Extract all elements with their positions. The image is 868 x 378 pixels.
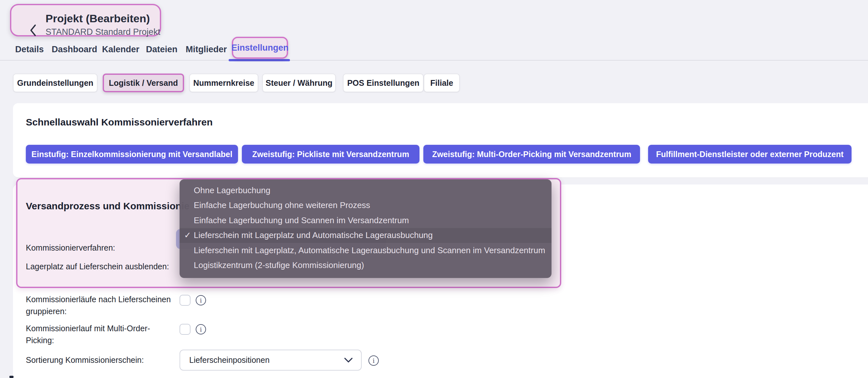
- sortierung-select[interactable]: Lieferscheinpositionen: [180, 350, 362, 371]
- info-icon[interactable]: [368, 355, 379, 366]
- project-header-highlight: Projekt (Bearbeiten) STANDARD Standard P…: [10, 4, 161, 36]
- quick-select-card: Schnellauswahl Kommissonierverfahren Ein…: [13, 103, 868, 177]
- check-icon: ✓: [184, 230, 194, 240]
- tab-einstellungen-highlight: Einstellungen: [232, 37, 288, 59]
- subtab-nummernkreise[interactable]: Nummernkreise: [189, 73, 258, 92]
- tab-dashboard[interactable]: Dashboard: [52, 44, 97, 55]
- subtab-filiale[interactable]: Filiale: [424, 73, 460, 92]
- info-icon[interactable]: [196, 295, 206, 305]
- dropdown-option[interactable]: Einfache Lagerbuchung ohne weiteren Proz…: [180, 198, 552, 213]
- sortierung-select-value: Lieferscheinpositionen: [189, 355, 344, 365]
- dropdown-option-selected[interactable]: ✓ Lieferschein mit Lagerplatz und Automa…: [180, 228, 552, 243]
- page-title: Projekt (Bearbeiten): [45, 12, 150, 25]
- label-kommissionierverfahren: Kommissionierverfahren:: [26, 242, 172, 254]
- tab-kalender[interactable]: Kalender: [102, 44, 140, 55]
- label-kommissionierlaeufe-gruppieren: Kommissionierläufe nach Lieferscheinen g…: [26, 294, 172, 317]
- chevron-left-icon: [29, 24, 37, 37]
- tabbar-divider: [0, 60, 868, 61]
- label-lagerplatz-ausblenden: Lagerplatz auf Lieferschein ausblenden:: [26, 261, 172, 273]
- tab-dateien[interactable]: Dateien: [146, 44, 178, 55]
- subtab-steuer-waehrung[interactable]: Steuer / Währung: [262, 73, 336, 92]
- tab-einstellungen[interactable]: Einstellungen: [231, 43, 288, 53]
- label-sortierung-kommissionierschein: Sortierung Kommissionierschein:: [26, 354, 172, 366]
- dropdown-option[interactable]: Logistikzentrum (2-stufige Kommissionier…: [180, 258, 552, 273]
- quick-select-button-einstufig[interactable]: Einstufig: Einzelkommissionierung mit Ve…: [26, 145, 238, 164]
- quick-select-title: Schnellauswahl Kommissonierverfahren: [26, 117, 213, 128]
- dropdown-option[interactable]: Ohne Lagerbuchung: [180, 183, 552, 198]
- chevron-down-icon: [344, 358, 352, 363]
- checkbox-multi-order-picking[interactable]: [180, 324, 190, 335]
- checkbox-gruppieren[interactable]: [180, 295, 190, 306]
- subtab-grundeinstellungen[interactable]: Grundeinstellungen: [13, 73, 97, 92]
- quick-select-button-pickliste[interactable]: Zweistufig: Pickliste mit Versandzentrum: [242, 145, 420, 164]
- quick-select-button-fulfillment[interactable]: Fulfillment-Dienstleister oder externer …: [648, 145, 851, 164]
- kommissionierverfahren-dropdown: Ohne Lagerbuchung Einfache Lagerbuchung …: [180, 179, 552, 278]
- quick-select-button-multi-order[interactable]: Zweistufig: Multi-Order-Picking mit Vers…: [423, 145, 640, 164]
- bottom-edge-element: [9, 376, 13, 378]
- tab-mitglieder[interactable]: Mitglieder: [186, 44, 227, 55]
- shipping-section-title: Versandprozess und Kommissionie: [26, 201, 190, 212]
- subtab-pos-einstellungen[interactable]: POS Einstellungen: [343, 73, 424, 92]
- info-icon[interactable]: [196, 324, 206, 335]
- back-button[interactable]: [29, 24, 37, 37]
- active-tab-underline: [228, 59, 290, 61]
- page-subtitle: STANDARD Standard Projekt: [45, 27, 160, 37]
- subtab-logistik-versand[interactable]: Logistik / Versand: [103, 73, 184, 92]
- tab-details[interactable]: Details: [15, 44, 44, 55]
- dropdown-option[interactable]: Lieferschein mit Lagerplatz, Automatisch…: [180, 243, 552, 258]
- label-multi-order-picking: Kommissionierlauf mit Multi-Order-Pickin…: [26, 322, 172, 346]
- dropdown-option[interactable]: Einfache Lagerbuchung und Scannen im Ver…: [180, 213, 552, 228]
